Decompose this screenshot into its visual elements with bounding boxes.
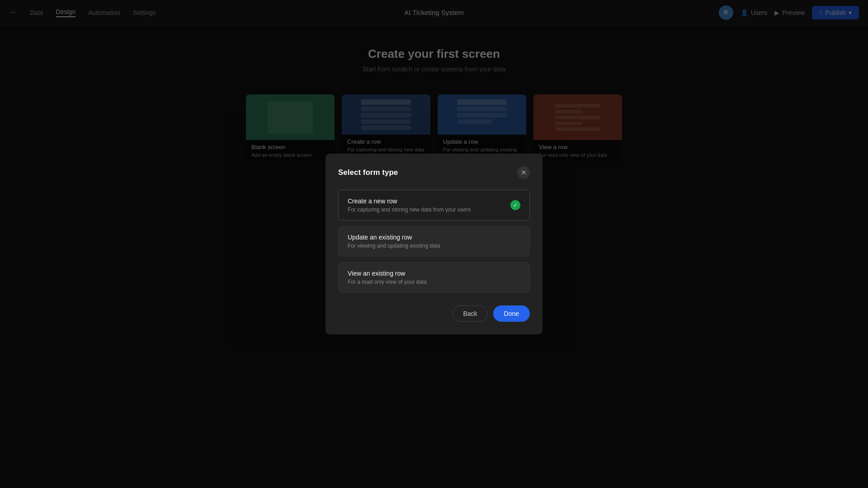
modal-overlay[interactable]: Select form type ✕ Create a new row For … [0,0,868,488]
modal-footer: Back Done [338,305,530,322]
option-label-view: View an existing row [348,270,427,277]
modal-close-button[interactable]: ✕ [517,166,530,179]
check-icon-create: ✓ [510,200,520,210]
modal-title: Select form type [338,168,398,177]
modal-header: Select form type ✕ [338,166,530,179]
option-text-view: View an existing row For a read only vie… [348,270,427,285]
option-desc-create: For capturing and storing new data from … [348,206,471,213]
option-text-update: Update an existing row For viewing and u… [348,234,440,249]
done-button-modal[interactable]: Done [493,305,530,322]
option-view-existing-row[interactable]: View an existing row For a read only vie… [338,262,530,293]
option-update-existing-row[interactable]: Update an existing row For viewing and u… [338,226,530,257]
option-desc-update: For viewing and updating existing data [348,243,440,249]
option-label-update: Update an existing row [348,234,440,241]
option-label-create: Create a new row [348,197,471,205]
option-desc-view: For a read only view of your data [348,279,427,285]
option-create-new-row[interactable]: Create a new row For capturing and stori… [338,190,530,221]
back-button-modal[interactable]: Back [453,305,487,322]
option-text-create: Create a new row For capturing and stori… [348,197,471,213]
select-form-type-modal: Select form type ✕ Create a new row For … [326,154,542,334]
